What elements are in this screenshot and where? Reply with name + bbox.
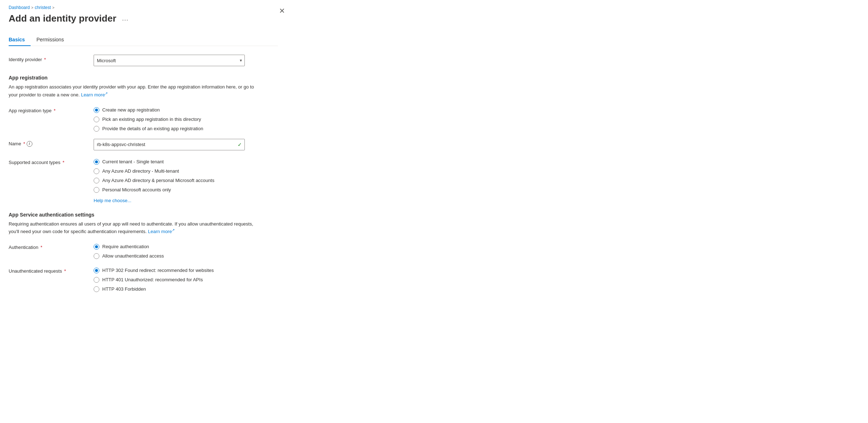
breadcrumb-resource[interactable]: christest <box>35 5 51 10</box>
radio-allow-unauth[interactable]: Allow unauthenticated access <box>94 253 164 259</box>
authentication-radio-group: Require authentication Allow unauthentic… <box>94 242 164 259</box>
identity-provider-select[interactable]: Microsoft Google Facebook Twitter Apple … <box>94 55 245 66</box>
app-service-learn-more-external-icon: ↗ <box>172 228 175 232</box>
tab-basics[interactable]: Basics <box>9 33 31 46</box>
radio-pick-existing-label: Pick an existing app registration in thi… <box>102 117 201 122</box>
radio-pick-existing[interactable]: Pick an existing app registration in thi… <box>94 117 203 122</box>
unauth-requests-label: Unauthenticated requests * <box>9 266 88 274</box>
radio-provide-details-label: Provide the details of an existing app r… <box>102 126 203 131</box>
app-service-auth-section: App Service authentication settings Requ… <box>9 212 278 235</box>
radio-allow-unauth-label: Allow unauthenticated access <box>102 253 164 259</box>
radio-single-tenant[interactable]: Current tenant - Single tenant <box>94 159 214 165</box>
app-registration-description: An app registration associates your iden… <box>9 83 261 98</box>
radio-single-tenant-label: Current tenant - Single tenant <box>102 159 164 164</box>
radio-multi-tenant[interactable]: Any Azure AD directory - Multi-tenant <box>94 168 214 174</box>
radio-http-401[interactable]: HTTP 401 Unauthorized: recommended for A… <box>94 277 214 283</box>
radio-require-auth-label: Require authentication <box>102 244 149 249</box>
app-reg-type-required: * <box>54 108 55 113</box>
breadcrumb: Dashboard > christest > <box>9 0 278 13</box>
app-reg-type-row: App registration type * Create new app r… <box>9 106 278 132</box>
unauth-requests-radio-group: HTTP 302 Found redirect: recommended for… <box>94 266 214 292</box>
authentication-required: * <box>40 245 42 250</box>
radio-create-new-label: Create new app registration <box>102 107 160 113</box>
main-panel: Dashboard > christest > Add an identity … <box>0 0 288 321</box>
radio-provide-details[interactable]: Provide the details of an existing app r… <box>94 126 203 132</box>
radio-personal-only-input[interactable] <box>94 187 99 193</box>
radio-create-new[interactable]: Create new app registration <box>94 107 203 113</box>
radio-multi-tenant-personal-label: Any Azure AD directory & personal Micros… <box>102 178 214 183</box>
radio-http-403-label: HTTP 403 Forbidden <box>102 286 146 292</box>
radio-single-tenant-input[interactable] <box>94 159 99 165</box>
radio-require-auth[interactable]: Require authentication <box>94 244 164 250</box>
radio-personal-only-label: Personal Microsoft accounts only <box>102 187 171 192</box>
radio-http-302[interactable]: HTTP 302 Found redirect: recommended for… <box>94 268 214 273</box>
app-reg-type-label: App registration type * <box>9 106 88 113</box>
name-input[interactable] <box>94 139 245 150</box>
radio-http-403[interactable]: HTTP 403 Forbidden <box>94 286 214 292</box>
tab-permissions[interactable]: Permissions <box>36 33 69 46</box>
app-service-auth-heading: App Service authentication settings <box>9 212 278 218</box>
radio-multi-tenant-input[interactable] <box>94 168 99 174</box>
breadcrumb-sep2: > <box>52 6 54 10</box>
radio-create-new-input[interactable] <box>94 107 99 113</box>
radio-personal-only[interactable]: Personal Microsoft accounts only <box>94 187 214 193</box>
authentication-label: Authentication * <box>9 242 88 250</box>
app-service-auth-learn-more-link[interactable]: Learn more↗ <box>148 229 175 234</box>
radio-multi-tenant-personal-input[interactable] <box>94 178 99 183</box>
breadcrumb-sep1: > <box>31 6 33 10</box>
radio-http-401-input[interactable] <box>94 277 99 283</box>
radio-multi-tenant-personal[interactable]: Any Azure AD directory & personal Micros… <box>94 178 214 183</box>
account-types-required: * <box>63 160 64 165</box>
identity-provider-label: Identity provider * <box>9 55 88 62</box>
identity-provider-select-wrapper: Microsoft Google Facebook Twitter Apple … <box>94 55 245 66</box>
app-registration-learn-more-link[interactable]: Learn more↗ <box>81 92 108 97</box>
app-registration-section: App registration An app registration ass… <box>9 75 278 98</box>
tabs-container: Basics Permissions <box>9 33 278 46</box>
identity-provider-required: * <box>44 57 46 62</box>
radio-http-302-input[interactable] <box>94 268 99 273</box>
radio-http-401-label: HTTP 401 Unauthorized: recommended for A… <box>102 277 203 282</box>
radio-multi-tenant-label: Any Azure AD directory - Multi-tenant <box>102 168 179 174</box>
unauth-requests-required: * <box>64 268 66 274</box>
name-info-icon: i <box>27 141 32 147</box>
page-title: Add an identity provider <box>9 13 116 24</box>
page-title-row: Add an identity provider ... <box>9 13 278 24</box>
radio-http-302-label: HTTP 302 Found redirect: recommended for… <box>102 268 214 273</box>
app-service-auth-description: Requiring authentication ensures all use… <box>9 220 261 235</box>
app-registration-heading: App registration <box>9 75 278 81</box>
authentication-row: Authentication * Require authentication … <box>9 242 278 259</box>
name-row: Name * i ✓ <box>9 139 278 150</box>
name-input-wrapper: ✓ <box>94 139 245 150</box>
radio-http-403-input[interactable] <box>94 286 99 292</box>
account-types-label: Supported account types * <box>9 158 88 165</box>
breadcrumb-dashboard[interactable]: Dashboard <box>9 5 30 10</box>
account-types-row: Supported account types * Current tenant… <box>9 158 278 203</box>
radio-pick-existing-input[interactable] <box>94 117 99 122</box>
name-required: * <box>23 141 25 146</box>
radio-allow-unauth-input[interactable] <box>94 253 99 259</box>
more-button[interactable]: ... <box>120 13 131 24</box>
radio-provide-details-input[interactable] <box>94 126 99 132</box>
help-me-choose-link[interactable]: Help me choose... <box>94 198 214 203</box>
identity-provider-row: Identity provider * Microsoft Google Fac… <box>9 55 278 66</box>
close-button[interactable]: ✕ <box>276 6 288 16</box>
app-reg-type-radio-group: Create new app registration Pick an exis… <box>94 106 203 132</box>
radio-require-auth-input[interactable] <box>94 244 99 250</box>
learn-more-external-icon: ↗ <box>105 91 108 95</box>
name-label: Name * i <box>9 139 88 147</box>
name-check-icon: ✓ <box>238 142 242 147</box>
unauth-requests-row: Unauthenticated requests * HTTP 302 Foun… <box>9 266 278 292</box>
account-types-radio-group: Current tenant - Single tenant Any Azure… <box>94 158 214 203</box>
